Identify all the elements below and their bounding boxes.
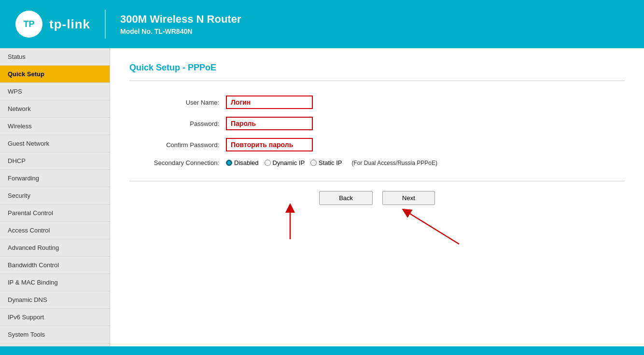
header-product-title: 300M Wireless N Router xyxy=(120,13,241,26)
radio-dynamic-ip-label: Dynamic IP xyxy=(273,159,305,166)
content-area: Quick Setup - PPPoE User Name: Password:… xyxy=(110,48,644,346)
sidebar-item-system-tools[interactable]: System Tools xyxy=(0,326,110,343)
radio-disabled[interactable]: Disabled xyxy=(226,159,259,166)
confirm-password-row: Confirm Password: xyxy=(129,138,625,151)
sidebar-item-bandwidth-control[interactable]: Bandwidth Control xyxy=(0,257,110,274)
tp-link-logo-icon: TP xyxy=(14,10,43,39)
password-input[interactable] xyxy=(226,117,313,130)
username-row: User Name: xyxy=(129,96,625,109)
sidebar-item-wps[interactable]: WPS xyxy=(0,83,110,100)
sidebar-item-forwarding[interactable]: Forwarding xyxy=(0,170,110,187)
button-arrow-area: Back Next xyxy=(129,191,625,249)
secondary-connection-note: (For Dual Access/Russia PPPoE) xyxy=(351,160,437,166)
radio-static-ip[interactable]: Static IP xyxy=(310,159,342,166)
bottom-bar xyxy=(0,346,644,355)
logo-area: TP tp-link xyxy=(14,10,90,39)
sidebar-item-dynamic-dns[interactable]: Dynamic DNS xyxy=(0,291,110,309)
pppoe-form: User Name: Password: Confirm Password: S… xyxy=(129,96,625,166)
sidebar-item-security[interactable]: Security xyxy=(0,187,110,205)
header-model: Model No. TL-WR840N xyxy=(120,27,241,35)
sidebar: StatusQuick SetupWPSNetworkWirelessGuest… xyxy=(0,48,110,346)
radio-dynamic-ip-input[interactable] xyxy=(265,160,271,166)
button-divider xyxy=(129,181,625,181)
radio-static-ip-input[interactable] xyxy=(310,160,317,166)
confirm-password-label: Confirm Password: xyxy=(129,141,226,149)
svg-text:TP: TP xyxy=(23,19,34,29)
radio-dynamic-ip[interactable]: Dynamic IP xyxy=(265,159,305,166)
sidebar-item-dhcp[interactable]: DHCP xyxy=(0,152,110,170)
sidebar-item-advanced-routing[interactable]: Advanced Routing xyxy=(0,239,110,257)
secondary-connection-options: Disabled Dynamic IP Static IP (For Dual … xyxy=(226,159,437,166)
back-button[interactable]: Back xyxy=(319,191,373,205)
password-row: Password: xyxy=(129,117,625,130)
radio-static-ip-label: Static IP xyxy=(319,159,342,166)
brand-name: tp-link xyxy=(49,17,90,32)
sidebar-item-ip-mac-binding[interactable]: IP & MAC Binding xyxy=(0,274,110,291)
title-divider xyxy=(129,81,625,81)
header-divider xyxy=(105,10,106,39)
button-row: Back Next xyxy=(129,191,625,205)
secondary-connection-label: Secondary Connection: xyxy=(129,159,226,166)
sidebar-item-status[interactable]: Status xyxy=(0,48,110,66)
sidebar-item-quick-setup[interactable]: Quick Setup xyxy=(0,66,110,83)
sidebar-item-wireless[interactable]: Wireless xyxy=(0,118,110,135)
username-label: User Name: xyxy=(129,99,226,106)
sidebar-item-parental-control[interactable]: Parental Control xyxy=(0,205,110,222)
sidebar-item-access-control[interactable]: Access Control xyxy=(0,222,110,239)
confirm-password-input[interactable] xyxy=(226,138,313,151)
main-layout: StatusQuick SetupWPSNetworkWirelessGuest… xyxy=(0,48,644,346)
svg-line-3 xyxy=(406,211,459,244)
next-button[interactable]: Next xyxy=(382,191,435,205)
password-label: Password: xyxy=(129,120,226,127)
radio-disabled-input[interactable] xyxy=(226,160,232,166)
username-input[interactable] xyxy=(226,96,313,109)
secondary-connection-row: Secondary Connection: Disabled Dynamic I… xyxy=(129,159,625,166)
sidebar-item-network[interactable]: Network xyxy=(0,100,110,118)
header: TP tp-link 300M Wireless N Router Model … xyxy=(0,0,644,48)
radio-disabled-label: Disabled xyxy=(234,159,259,166)
sidebar-item-ipv6-support[interactable]: IPv6 Support xyxy=(0,309,110,326)
sidebar-item-guest-network[interactable]: Guest Network xyxy=(0,135,110,152)
page-title: Quick Setup - PPPoE xyxy=(129,63,625,73)
header-info: 300M Wireless N Router Model No. TL-WR84… xyxy=(120,13,241,35)
